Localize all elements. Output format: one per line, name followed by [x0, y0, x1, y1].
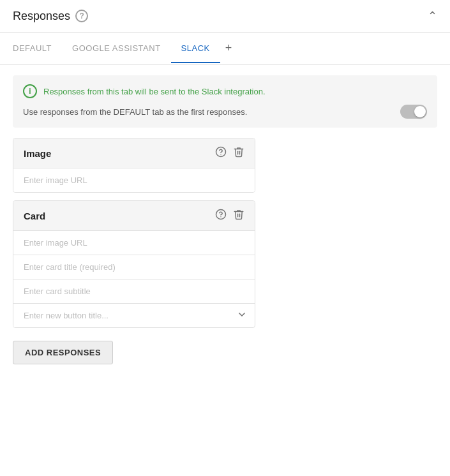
card-card: Card [13, 200, 255, 328]
card-image-url-input[interactable] [13, 231, 255, 255]
toggle-thumb [414, 106, 426, 117]
page-title: Responses [13, 10, 70, 23]
tab-slack[interactable]: SLACK [171, 34, 220, 63]
card-button-title-input[interactable] [13, 304, 237, 327]
info-banner-bottom: Use responses from the DEFAULT tab as th… [23, 105, 427, 119]
card-button-row [13, 304, 255, 327]
image-card-actions [215, 146, 244, 160]
image-card-delete-icon[interactable] [233, 146, 244, 160]
card-subtitle-input[interactable] [13, 279, 255, 304]
header-help-icon[interactable]: ? [75, 10, 88, 22]
image-card-help-icon[interactable] [215, 146, 227, 160]
add-responses-area: ADD RESPONSES [0, 328, 450, 377]
info-icon: i [23, 84, 37, 98]
card-card-title: Card [24, 211, 45, 221]
info-green-text: Responses from this tab will be sent to … [43, 87, 266, 96]
cards-area: Image [0, 138, 450, 328]
info-banner-top: i Responses from this tab will be sent t… [23, 84, 427, 98]
tab-add-button[interactable]: + [220, 33, 237, 65]
chevron-down-icon[interactable] [237, 309, 255, 322]
default-responses-toggle[interactable] [400, 105, 427, 119]
info-grey-text: Use responses from the DEFAULT tab as th… [23, 107, 247, 117]
card-card-help-icon[interactable] [215, 209, 227, 223]
image-card-title: Image [24, 148, 51, 159]
card-card-delete-icon[interactable] [233, 209, 244, 223]
tabs-bar: DEFAULT GOOGLE ASSISTANT SLACK + [0, 33, 450, 65]
image-url-input[interactable] [13, 168, 255, 192]
add-responses-button[interactable]: ADD RESPONSES [13, 341, 113, 364]
image-card: Image [13, 138, 255, 193]
tab-google-assistant[interactable]: GOOGLE ASSISTANT [62, 34, 171, 63]
image-card-header: Image [13, 138, 255, 168]
header-left: Responses ? [13, 10, 88, 23]
card-title-input[interactable] [13, 255, 255, 279]
card-card-header: Card [13, 201, 255, 231]
page-header: Responses ? ⌃ [0, 0, 450, 33]
tab-default[interactable]: DEFAULT [13, 34, 62, 63]
collapse-icon[interactable]: ⌃ [428, 9, 437, 23]
info-banner: i Responses from this tab will be sent t… [13, 75, 437, 128]
card-card-actions [215, 209, 244, 223]
